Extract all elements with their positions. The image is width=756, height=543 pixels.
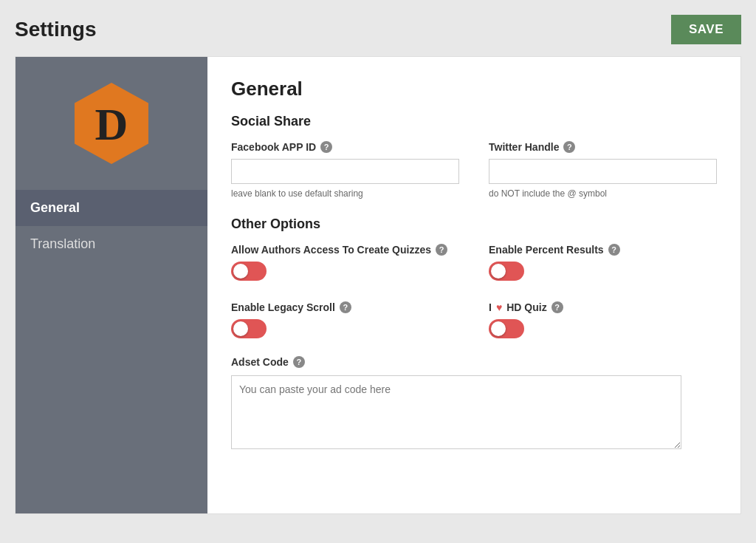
enable-percent-toggle-track: [489, 262, 524, 281]
allow-authors-toggle-thumb: [233, 264, 248, 279]
social-share-form-row: Facebook APP ID ? leave blank to use def…: [231, 141, 717, 199]
social-share-title: Social Share: [231, 114, 717, 129]
facebook-input[interactable]: [231, 159, 459, 184]
page-header: Settings SAVE: [15, 15, 741, 44]
enable-percent-label: Enable Percent Results ?: [489, 244, 717, 256]
enable-legacy-toggle[interactable]: [231, 319, 267, 338]
allow-authors-toggle-track: [231, 262, 267, 281]
hd-quiz-toggle-track: [489, 319, 524, 338]
page-title: Settings: [15, 18, 96, 41]
svg-text:D: D: [95, 99, 128, 149]
allow-authors-label: Allow Authors Access To Create Quizzes ?: [231, 244, 459, 256]
sidebar-logo: D: [16, 57, 207, 190]
section-title: General: [231, 78, 717, 100]
other-options-section: Other Options Allow Authors Access To Cr…: [231, 216, 717, 338]
twitter-hint: do NOT include the @ symbol: [489, 188, 717, 199]
twitter-label: Twitter Handle ?: [489, 141, 717, 153]
main-container: D General Translation General Social Sha…: [15, 56, 741, 514]
hd-quiz-toggle-thumb: [491, 321, 506, 336]
facebook-field: Facebook APP ID ? leave blank to use def…: [231, 141, 459, 199]
adset-help-icon[interactable]: ?: [293, 356, 305, 368]
option-enable-legacy: Enable Legacy Scroll ?: [231, 301, 459, 338]
twitter-field: Twitter Handle ? do NOT include the @ sy…: [489, 141, 717, 199]
enable-percent-toggle[interactable]: [489, 262, 524, 281]
sidebar-nav: General Translation: [16, 190, 207, 262]
adset-textarea[interactable]: [231, 375, 681, 449]
allow-authors-help-icon[interactable]: ?: [436, 244, 447, 256]
enable-percent-help-icon[interactable]: ?: [608, 244, 620, 256]
hd-quiz-toggle[interactable]: [489, 319, 524, 338]
enable-percent-toggle-thumb: [491, 264, 506, 279]
hd-quiz-label: I ♥ HD Quiz ?: [489, 301, 717, 313]
page-wrapper: Settings SAVE D General Translation: [15, 15, 741, 514]
social-share-section: Social Share Facebook APP ID ? leave bla…: [231, 114, 717, 199]
save-button[interactable]: SAVE: [671, 15, 741, 44]
facebook-hint: leave blank to use default sharing: [231, 188, 459, 199]
enable-legacy-toggle-thumb: [233, 321, 248, 336]
enable-legacy-toggle-track: [231, 319, 267, 338]
enable-legacy-label: Enable Legacy Scroll ?: [231, 301, 459, 313]
app-logo-icon: D: [67, 79, 156, 168]
adset-label: Adset Code ?: [231, 356, 717, 368]
allow-authors-toggle[interactable]: [231, 262, 267, 281]
adset-section: Adset Code ?: [231, 356, 717, 452]
facebook-label: Facebook APP ID ?: [231, 141, 459, 153]
option-allow-authors: Allow Authors Access To Create Quizzes ?: [231, 244, 459, 281]
facebook-help-icon[interactable]: ?: [320, 141, 332, 153]
option-enable-percent: Enable Percent Results ?: [489, 244, 717, 281]
sidebar: D General Translation: [16, 57, 207, 513]
sidebar-item-general[interactable]: General: [16, 190, 207, 226]
options-grid: Allow Authors Access To Create Quizzes ?: [231, 244, 717, 338]
twitter-help-icon[interactable]: ?: [563, 141, 575, 153]
other-options-title: Other Options: [231, 216, 717, 232]
hd-quiz-help-icon[interactable]: ?: [551, 301, 563, 313]
sidebar-item-translation[interactable]: Translation: [16, 226, 207, 262]
enable-legacy-help-icon[interactable]: ?: [340, 301, 351, 313]
heart-icon: ♥: [496, 301, 502, 313]
twitter-input[interactable]: [489, 159, 717, 184]
content-area: General Social Share Facebook APP ID ? l…: [207, 57, 740, 513]
option-hd-quiz: I ♥ HD Quiz ?: [489, 301, 717, 338]
